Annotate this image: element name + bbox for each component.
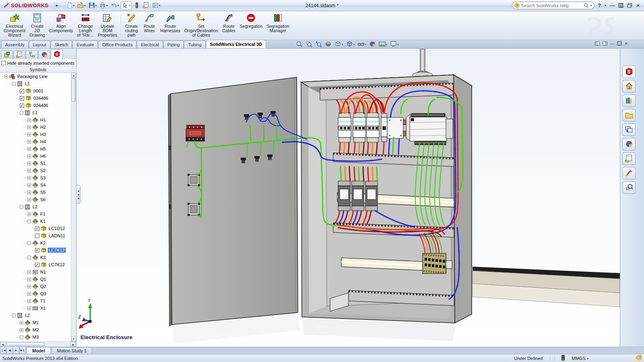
tree-item-h2[interactable]: +H2 bbox=[0, 123, 76, 131]
tree-item-s2[interactable]: +S2 bbox=[0, 167, 76, 174]
print-button[interactable]: ▾ bbox=[99, 2, 109, 10]
tree-item-s4[interactable]: +S4 bbox=[0, 181, 76, 189]
tree-item-0001[interactable]: ✓0001 bbox=[0, 87, 76, 95]
tree-item-x1[interactable]: +X1 bbox=[0, 304, 76, 312]
minimize-button[interactable]: — bbox=[610, 3, 615, 8]
tree-item-h4[interactable]: +H4 bbox=[0, 138, 76, 145]
task-pane-design-library[interactable] bbox=[622, 95, 636, 107]
expand-icon[interactable]: + bbox=[20, 321, 23, 325]
3d-scene[interactable]: Y Z Electrical Enclosure bbox=[76, 49, 620, 347]
tree-checkbox[interactable]: ✓ bbox=[35, 226, 39, 231]
help-button[interactable]: ? bbox=[598, 3, 601, 8]
doc-minimize-button[interactable]: — bbox=[610, 41, 614, 46]
tree-item-f1[interactable]: +F1 bbox=[0, 210, 76, 218]
apply-scene-button[interactable]: ▾ bbox=[379, 41, 388, 48]
expand-icon[interactable]: + bbox=[27, 162, 31, 165]
tree-item-lc1d12[interactable]: ✓LC1D12 bbox=[0, 225, 76, 232]
expand-icon[interactable]: + bbox=[27, 191, 31, 194]
tree-item-s3[interactable]: +S3 bbox=[0, 174, 76, 181]
display-style-button[interactable]: ▾ bbox=[346, 41, 355, 48]
ribbon-button-align-components[interactable]: AlignComponents bbox=[47, 12, 75, 40]
expand-icon[interactable]: + bbox=[4, 75, 8, 78]
units-dropdown-arrow[interactable]: ▴ bbox=[587, 357, 588, 360]
task-pane-view-palette[interactable] bbox=[622, 123, 636, 136]
next-tab-button[interactable]: ▶ bbox=[13, 347, 19, 354]
ribbon-button-segregation-manager[interactable]: SegregationManager bbox=[264, 12, 291, 40]
tree-item-h6[interactable]: +H6 bbox=[0, 152, 76, 160]
expand-icon[interactable]: + bbox=[27, 183, 31, 187]
tab-assembly[interactable]: Assembly bbox=[1, 41, 29, 48]
split-view-left-icon[interactable] bbox=[595, 41, 600, 46]
doc-restore-button[interactable] bbox=[617, 41, 622, 46]
zoom-to-area-button[interactable] bbox=[305, 41, 312, 48]
task-pane-solidworks-resources[interactable]: S bbox=[622, 66, 636, 78]
tab-office-products[interactable]: Office Products bbox=[98, 41, 136, 48]
expand-icon[interactable]: + bbox=[27, 292, 31, 296]
hide-inserted-checkbox[interactable] bbox=[1, 61, 6, 65]
enclosure-door[interactable] bbox=[168, 77, 298, 326]
stoplight-button[interactable] bbox=[133, 2, 141, 10]
panel-splitter-handle[interactable]: ◀◀◀ bbox=[76, 185, 80, 204]
door-transformer[interactable] bbox=[186, 125, 204, 141]
scroll-up-arrow[interactable]: ▲ bbox=[71, 73, 76, 78]
menu-flyout-arrow[interactable]: ▶ bbox=[54, 2, 60, 10]
task-pane-appearances[interactable] bbox=[622, 138, 636, 150]
help-search-box[interactable]: ? ▾ bbox=[512, 2, 594, 9]
tree-item-lc7k12[interactable]: ✓LC7K12 bbox=[0, 247, 76, 254]
units-selector[interactable]: MMGS ▴ bbox=[572, 356, 588, 361]
tab-electrical[interactable]: Electrical bbox=[137, 41, 163, 48]
collapse-icon[interactable]: - bbox=[12, 314, 16, 317]
hscroll-thumb[interactable] bbox=[6, 342, 45, 346]
expand-icon[interactable]: + bbox=[27, 147, 31, 151]
tree-horizontal-scrollbar[interactable]: ◀ ▶ bbox=[0, 341, 76, 347]
search-dropdown-arrow[interactable]: ▾ bbox=[590, 4, 592, 7]
door-button-2[interactable] bbox=[188, 203, 200, 216]
collapse-icon[interactable]: - bbox=[20, 111, 23, 115]
graphics-viewport[interactable]: ◀◀◀ bbox=[76, 49, 620, 347]
task-pane-home[interactable] bbox=[622, 80, 636, 93]
tree-checkbox[interactable]: ✓ bbox=[20, 103, 24, 108]
restore-button[interactable] bbox=[618, 3, 623, 8]
expand-icon[interactable]: + bbox=[27, 270, 31, 274]
expand-icon[interactable]: + bbox=[27, 176, 31, 180]
tree-item-q3[interactable]: +Q3 bbox=[0, 290, 76, 297]
structure-tab[interactable] bbox=[26, 50, 38, 59]
tree-item-n1[interactable]: +N1 bbox=[0, 268, 76, 276]
expand-icon[interactable]: + bbox=[27, 154, 31, 158]
materials-tab[interactable] bbox=[38, 50, 50, 59]
tree-item-034486[interactable]: ✓034486 bbox=[0, 95, 76, 102]
last-tab-button[interactable]: ▶❙ bbox=[19, 347, 26, 354]
scroll-down-arrow[interactable]: ▼ bbox=[71, 336, 76, 341]
view-orientation-button[interactable]: ▾ bbox=[334, 41, 343, 48]
ribbon-button-route-harnesses[interactable]: RouteHarnesses bbox=[158, 12, 182, 40]
zoom-to-fit-button[interactable] bbox=[296, 41, 303, 48]
expand-icon[interactable]: + bbox=[27, 118, 31, 122]
expand-icon[interactable]: + bbox=[27, 278, 31, 281]
expand-icon[interactable]: + bbox=[27, 169, 31, 173]
search-icon[interactable] bbox=[584, 3, 589, 8]
tree-item-l1[interactable]: -L1 bbox=[0, 80, 76, 87]
expand-icon[interactable]: + bbox=[27, 212, 31, 216]
contactors[interactable] bbox=[338, 181, 378, 211]
tag-icon[interactable] bbox=[635, 355, 642, 362]
section-view-button[interactable] bbox=[325, 41, 332, 48]
close-button[interactable]: ✕ bbox=[636, 3, 640, 8]
tree-item-h1[interactable]: +H1 bbox=[0, 116, 76, 123]
tree-item-l2[interactable]: -L2 bbox=[0, 312, 76, 319]
search-input[interactable] bbox=[521, 3, 582, 8]
tree-checkbox[interactable]: ✓ bbox=[35, 263, 39, 267]
collapse-icon[interactable]: - bbox=[20, 335, 23, 339]
ribbon-button-route-wires[interactable]: RouteWires bbox=[140, 12, 158, 40]
previous-tab-button[interactable]: ◀ bbox=[6, 347, 13, 354]
tree-item-m3[interactable]: -M3 bbox=[0, 333, 76, 341]
task-pane-custom-properties[interactable] bbox=[622, 152, 636, 165]
scroll-left-arrow[interactable]: ◀ bbox=[0, 342, 6, 347]
tab-piping[interactable]: Piping bbox=[163, 41, 184, 48]
scroll-thumb[interactable] bbox=[72, 78, 76, 102]
doc-close-button[interactable]: ✕ bbox=[625, 41, 628, 46]
options-button[interactable]: ▾ bbox=[151, 2, 161, 10]
symbols-tab[interactable] bbox=[1, 50, 13, 59]
edit-appearance-button[interactable] bbox=[369, 41, 376, 48]
tree-item-s1[interactable]: +S1 bbox=[0, 160, 76, 167]
save-button[interactable]: ▾ bbox=[88, 2, 98, 10]
